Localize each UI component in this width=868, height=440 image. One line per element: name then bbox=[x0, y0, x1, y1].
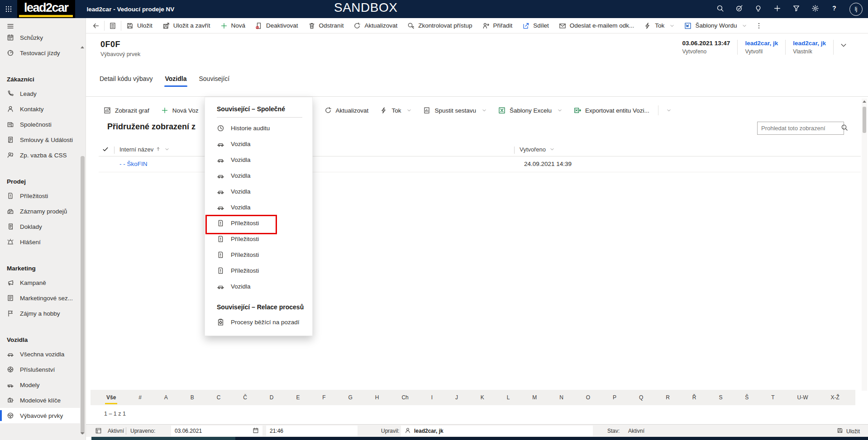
sidebar-item-doklady[interactable]: Doklady bbox=[0, 219, 80, 234]
jump-letter[interactable]: D bbox=[268, 393, 275, 402]
calendar-icon[interactable] bbox=[253, 427, 259, 435]
jump-letter[interactable]: E bbox=[295, 393, 301, 402]
email-link-button[interactable]: Odeslat e-mailem odk... bbox=[554, 18, 639, 33]
jump-letter[interactable]: U-W bbox=[796, 393, 810, 402]
scrollbar-thumb[interactable] bbox=[863, 107, 866, 133]
toolbar-overflow-button[interactable] bbox=[661, 102, 675, 118]
sidebar-item-zaznamy-prodeju[interactable]: Záznamy prodejů bbox=[0, 203, 80, 219]
related-menu-item-process[interactable]: Procesy běžící na pozadí bbox=[205, 314, 312, 330]
jump-letter[interactable]: R bbox=[664, 393, 671, 402]
save-and-close-button[interactable]: Uložit a zavřít bbox=[157, 18, 215, 33]
search-button[interactable] bbox=[716, 5, 724, 14]
related-menu-item-car[interactable]: Vozidla bbox=[205, 184, 312, 199]
modified-by-input[interactable] bbox=[414, 428, 589, 434]
related-menu-item-history[interactable]: Historie auditu bbox=[205, 120, 312, 136]
assign-button[interactable]: Přiřadit bbox=[477, 18, 518, 33]
related-menu-item-car[interactable]: Vozidla bbox=[205, 152, 312, 168]
view-search-input[interactable] bbox=[761, 125, 841, 132]
new-vehicle-button[interactable]: Nová Voz bbox=[155, 102, 205, 118]
jump-letter[interactable]: P bbox=[611, 393, 618, 402]
sidebar-item-prilezitosti[interactable]: Příležitosti bbox=[0, 188, 80, 203]
sidebar-item-kampane[interactable]: Kampaně bbox=[0, 275, 80, 290]
created-by-link[interactable]: lead2car, jk bbox=[745, 40, 778, 47]
modified-time-input[interactable] bbox=[270, 428, 354, 434]
jump-letter[interactable]: G bbox=[347, 393, 354, 402]
jump-letter[interactable]: L bbox=[506, 393, 511, 402]
jump-letter[interactable]: A bbox=[163, 393, 169, 402]
jump-letter[interactable]: Q bbox=[638, 393, 644, 402]
advanced-find-button[interactable] bbox=[735, 5, 743, 14]
chevron-down-icon[interactable] bbox=[163, 146, 169, 153]
related-menu-item-opportunity[interactable]: Příležitosti bbox=[205, 215, 312, 231]
app-launcher-button[interactable] bbox=[0, 0, 17, 18]
sidebar-item-hlaseni[interactable]: Hlášení bbox=[0, 234, 80, 250]
modified-date-input[interactable] bbox=[175, 428, 249, 434]
sidebar-item-vsechna-vozidla[interactable]: Všechna vozidla bbox=[0, 346, 80, 362]
tab-detail-kodu-vybavy[interactable]: Detail kódu výbavy bbox=[100, 73, 153, 88]
jump-letter[interactable]: B bbox=[189, 393, 196, 402]
quick-create-button[interactable] bbox=[773, 5, 781, 14]
delete-button[interactable]: Odstranit bbox=[303, 18, 349, 33]
flow-button[interactable]: Tok bbox=[639, 18, 679, 33]
scrollbar-up-icon[interactable] bbox=[863, 100, 866, 103]
refresh-button[interactable]: Aktualizovat bbox=[319, 102, 375, 118]
save-button[interactable]: Uložit bbox=[121, 18, 157, 33]
show-chart-button[interactable]: Zobrazit graf bbox=[98, 102, 155, 118]
jump-letter[interactable]: X-Ž bbox=[829, 393, 840, 402]
jump-letter[interactable]: Č bbox=[242, 393, 248, 402]
jump-letter[interactable]: C bbox=[215, 393, 222, 402]
sidebar-item-zp-vazba-css[interactable]: Zp. vazba & CSS bbox=[0, 147, 80, 163]
header-expand-button[interactable] bbox=[840, 42, 847, 50]
footer-save-button[interactable]: Uložit bbox=[837, 427, 860, 435]
sidebar-item-marketingove-sez[interactable]: Marketingové sez... bbox=[0, 290, 80, 306]
related-menu-item-car[interactable]: Vozidla bbox=[205, 199, 312, 215]
excel-templates-button[interactable]: Šablony Excelu bbox=[492, 102, 568, 118]
jump-letter[interactable]: O bbox=[585, 393, 591, 402]
column-header-internal-name[interactable]: Interní název bbox=[119, 146, 169, 153]
sidebar-item-modely[interactable]: Modely bbox=[0, 377, 80, 393]
jump-letter[interactable]: K bbox=[479, 393, 486, 402]
help-button[interactable]: ? bbox=[830, 5, 838, 14]
run-report-button[interactable]: Spustit sestavu bbox=[417, 102, 492, 118]
sidebar-item-spolecnosti[interactable]: Společnosti bbox=[0, 117, 80, 132]
lightbulb-button[interactable] bbox=[754, 5, 762, 14]
sidebar-item-kontakty[interactable]: Kontakty bbox=[0, 101, 80, 117]
export-entity-button[interactable]: Exportovat entitu Vozi... bbox=[568, 102, 655, 118]
sidebar-scrollbar[interactable] bbox=[81, 156, 85, 434]
view-search-box[interactable] bbox=[757, 122, 844, 135]
filter-button[interactable] bbox=[792, 5, 800, 14]
jump-letter[interactable]: Ch bbox=[400, 393, 410, 402]
sidebar-item-prislusenstvi[interactable]: Příslušenství bbox=[0, 362, 80, 377]
jump-letter[interactable]: N bbox=[558, 393, 565, 402]
search-icon[interactable] bbox=[841, 124, 848, 132]
brand-logo[interactable]: lead2car bbox=[17, 0, 75, 18]
related-menu-item-car[interactable]: Vozidla bbox=[205, 168, 312, 184]
sidebar-item-zajmy-a-hobby[interactable]: Zájmy a hobby bbox=[0, 306, 80, 321]
share-button[interactable]: Sdílet bbox=[517, 18, 554, 33]
jump-letter[interactable]: M bbox=[531, 393, 538, 402]
check-access-button[interactable]: Zkontrolovat přístup bbox=[402, 18, 477, 33]
related-menu-item-car[interactable]: Vozidla bbox=[205, 279, 312, 294]
modified-time-field[interactable] bbox=[266, 426, 358, 436]
chevron-down-icon[interactable] bbox=[548, 146, 554, 153]
jump-letter[interactable]: I bbox=[430, 393, 434, 402]
owner-link[interactable]: lead2car, jk bbox=[793, 40, 826, 47]
related-menu-item-car[interactable]: Vozidla bbox=[205, 136, 312, 152]
modified-date-field[interactable] bbox=[171, 426, 262, 436]
sidebar-item-vybavove-prvky[interactable]: Výbavové prvky bbox=[0, 408, 80, 423]
jump-letter[interactable]: T bbox=[770, 393, 776, 402]
refresh-button[interactable]: Aktualizovat bbox=[348, 18, 402, 33]
subgrid-view-title[interactable]: Přidružené zobrazení z bbox=[107, 122, 196, 132]
jump-letter[interactable]: H bbox=[374, 393, 381, 402]
column-header-created[interactable]: Vytvořeno bbox=[520, 146, 554, 153]
sidebar-item-testovaci-jizdy[interactable]: Testovací jízdy bbox=[0, 45, 80, 61]
form-switcher-icon[interactable] bbox=[95, 427, 102, 435]
jump-letter[interactable]: J bbox=[454, 393, 459, 402]
jump-letter[interactable]: F bbox=[321, 393, 327, 402]
record-set-button[interactable] bbox=[105, 18, 121, 33]
jump-letter[interactable]: Ř bbox=[691, 393, 698, 402]
sidebar-item-schuzky[interactable]: Schůzky bbox=[0, 30, 80, 45]
word-templates-button[interactable]: Šablony Wordu bbox=[679, 18, 752, 33]
related-menu-item-opportunity[interactable]: Příležitosti bbox=[205, 231, 312, 247]
related-menu-item-opportunity[interactable]: Příležitosti bbox=[205, 263, 312, 279]
